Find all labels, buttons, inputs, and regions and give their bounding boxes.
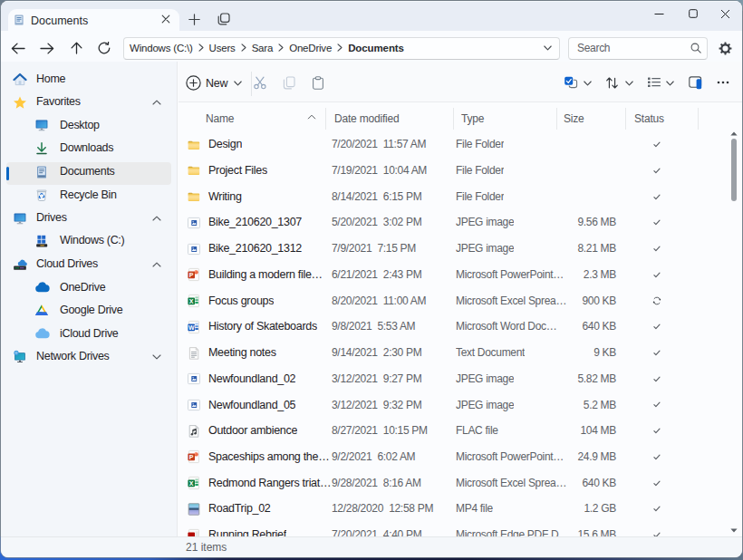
svg-text:W: W [188,324,195,331]
svg-text:P: P [189,272,194,278]
svg-text:P: P [189,454,194,460]
svg-text:X: X [189,480,194,487]
svg-text:X: X [189,298,194,304]
